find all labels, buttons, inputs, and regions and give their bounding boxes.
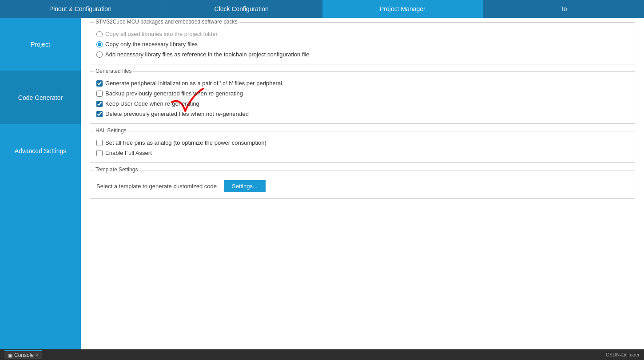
option-keep-user-code[interactable]: Keep User Code when re-generating — [96, 100, 628, 107]
option-enable-assert[interactable]: Enable Full Assert — [96, 150, 628, 156]
generated-files-title: Generated files — [94, 68, 133, 74]
checkbox-backup-files[interactable] — [96, 91, 103, 97]
stm32cube-section: STM32Cube MCU packages and embedded soft… — [90, 22, 635, 64]
checkbox-delete-files[interactable] — [96, 111, 103, 117]
sidebar: Project Code Generator Advanced Settings — [0, 18, 81, 349]
option-copy-all[interactable]: Copy all used libraries into the project… — [96, 31, 628, 37]
main-layout: Project Code Generator Advanced Settings… — [0, 18, 644, 349]
stm32cube-title: STM32Cube MCU packages and embedded soft… — [94, 19, 239, 25]
sidebar-item-project[interactable]: Project — [0, 18, 81, 71]
tab-pinout[interactable]: Pinout & Configuration — [0, 0, 161, 18]
sidebar-item-code-generator[interactable]: Code Generator — [0, 71, 81, 124]
generated-files-section: Generated files Generate peripheral init… — [90, 71, 635, 124]
tab-clock[interactable]: Clock Configuration — [161, 0, 322, 18]
watermark: CSDN-@Huoer — [606, 352, 640, 357]
hal-settings-title: HAL Settings — [94, 127, 128, 134]
template-settings-title: Template Settings — [94, 166, 139, 173]
generated-files-options: Generate peripheral initialization as a … — [96, 80, 628, 117]
radio-add-reference[interactable] — [96, 51, 103, 58]
template-settings-section: Template Settings Select a template to g… — [90, 170, 635, 199]
stm32cube-options: Copy all used libraries into the project… — [96, 31, 628, 58]
option-add-reference[interactable]: Add necessary library files as reference… — [96, 51, 628, 58]
tab-bar: Pinout & Configuration Clock Configurati… — [0, 0, 644, 18]
checkbox-keep-user-code[interactable] — [96, 101, 103, 107]
checkbox-set-analog[interactable] — [96, 140, 103, 146]
radio-copy-all[interactable] — [96, 31, 103, 37]
console-tab[interactable]: ▣ Console × — [4, 350, 42, 359]
template-description: Select a template to generate customized… — [96, 183, 217, 190]
bottom-bar-left: ▣ Console × — [4, 350, 42, 359]
checkbox-enable-assert[interactable] — [96, 150, 103, 156]
option-gen-peripheral[interactable]: Generate peripheral initialization as a … — [96, 80, 628, 87]
bottom-bar: ▣ Console × CSDN-@Huoer — [0, 349, 644, 360]
tab-tools[interactable]: To — [483, 0, 644, 18]
template-row: Select a template to generate customized… — [96, 180, 628, 192]
tab-project-manager[interactable]: Project Manager — [322, 0, 484, 18]
checkbox-gen-peripheral[interactable] — [96, 80, 103, 87]
settings-button[interactable]: Settings... — [224, 180, 266, 192]
option-set-analog[interactable]: Set all free pins as analog (to optimize… — [96, 139, 628, 146]
option-delete-files[interactable]: Delete previously generated files when n… — [96, 111, 628, 117]
content-area: STM32Cube MCU packages and embedded soft… — [81, 18, 644, 349]
radio-copy-necessary[interactable] — [96, 41, 103, 47]
sidebar-item-advanced-settings[interactable]: Advanced Settings — [0, 124, 81, 178]
option-backup-files[interactable]: Backup previously generated files when r… — [96, 90, 628, 97]
hal-settings-section: HAL Settings Set all free pins as analog… — [90, 131, 635, 163]
option-copy-necessary[interactable]: Copy only the necessary library files — [96, 41, 628, 47]
hal-settings-options: Set all free pins as analog (to optimize… — [96, 139, 628, 156]
console-close-button[interactable]: × — [36, 353, 38, 358]
